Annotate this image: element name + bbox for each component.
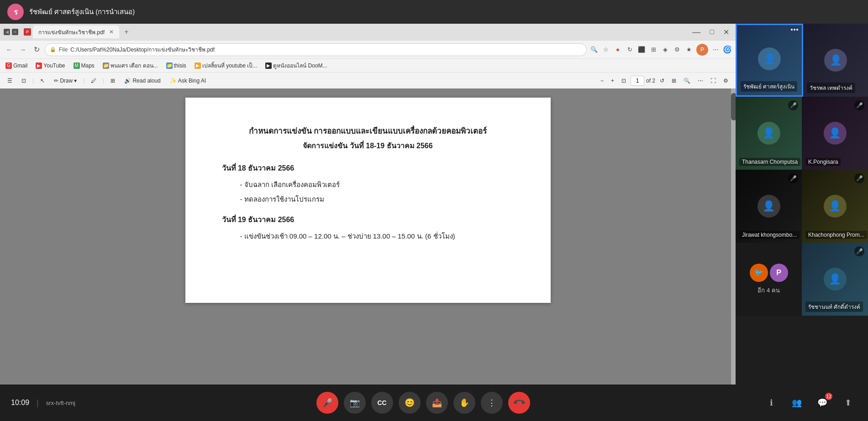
pdf-settings-button[interactable]: ⚙ <box>721 77 731 85</box>
new-tab-button[interactable]: + <box>121 26 132 37</box>
pdf-toolbar: ☰ ⊡ | ↖ ✏ Draw ▾ | 🖊 | ⊞ 🔊 Read aloud ✨ … <box>0 72 736 88</box>
participant-tile-8: 👤 รัชชานนท์ ศักดิ์ดำรงค์ 🎤 <box>802 243 868 316</box>
bookmark-youtube[interactable]: ▶ YouTube <box>34 62 67 70</box>
present-button[interactable]: 📤 <box>426 392 448 414</box>
bookmark-item4[interactable]: ▶ ดูหนังออนไลน์ DooM... <box>263 60 329 71</box>
pdf-draw-button[interactable]: ✏ Draw ▾ <box>51 77 79 85</box>
activities-icon: ⬆ <box>845 398 852 408</box>
pdf-zoom-in-button[interactable]: + <box>608 77 617 85</box>
minimize-button[interactable]: — <box>689 27 703 37</box>
profile-icon[interactable]: P <box>696 44 708 56</box>
pdf-page-input[interactable] <box>631 76 644 86</box>
participant-tile-4: 👤 K.Pongisara 🎤 <box>802 97 868 170</box>
participant-mute-4: 🎤 <box>854 100 864 110</box>
pdf-print-button[interactable]: ⊞ <box>669 77 679 85</box>
pdf-thumbnail-button[interactable]: ⊞ <box>108 77 118 85</box>
pdf-more-button[interactable]: ⋯ <box>695 77 706 85</box>
restore-button[interactable]: □ <box>707 28 717 36</box>
group-count-label: อีก 4 คน <box>758 286 779 295</box>
end-call-button[interactable]: 📞 <box>508 392 530 414</box>
captions-icon: CC <box>377 399 386 406</box>
people-button[interactable]: 👥 <box>788 394 806 412</box>
browser-toolbar-icon1[interactable]: ⬛ <box>637 45 646 54</box>
participant-tile-2: 👤 วัชรพล เทพดำรงค์ <box>803 24 868 97</box>
info-icon: ℹ <box>770 398 773 408</box>
youtube-icon: ▶ <box>36 62 42 69</box>
pdf-hamburger-button[interactable]: ☰ <box>5 77 15 85</box>
activities-button[interactable]: ⬆ <box>839 394 857 412</box>
search-icon[interactable]: 🔍 <box>589 45 599 54</box>
browser-toolbar-icon3[interactable]: ◈ <box>661 45 670 54</box>
pdf-read-aloud-button[interactable]: 🔊 Read aloud <box>121 77 163 85</box>
pdf-prev-page-button[interactable]: ↺ <box>657 77 667 85</box>
browser-toolbar-icon4[interactable]: ⚙ <box>673 45 682 54</box>
participant-name-2: วัชรพล เทพดำรงค์ <box>807 83 855 93</box>
raise-hand-button[interactable]: ✋ <box>453 392 475 414</box>
end-call-icon: 📞 <box>512 395 526 410</box>
bookmark-maps[interactable]: M Maps <box>72 62 96 70</box>
folder-icon: 📁 <box>103 62 109 69</box>
more-options-button[interactable]: ⋮ <box>481 392 503 414</box>
emoji-button[interactable]: 😊 <box>399 392 421 414</box>
meeting-id: srx-tvft-nmj <box>46 400 75 406</box>
browser-toolbar-icon5[interactable]: ★ <box>684 45 694 54</box>
participant-tile-3: 👤 Thanasarn Chomputsa 🎤 <box>736 97 802 170</box>
address-bar[interactable]: 🔒 File C:/Users/Pat%20NaJa/Desktop/การแข… <box>45 43 587 56</box>
pdf-scrollbar[interactable] <box>731 88 736 385</box>
bookmark-item2[interactable]: 📁 thisis <box>164 62 188 70</box>
captions-button[interactable]: CC <box>371 392 393 414</box>
pdf-zoom-out-button[interactable]: − <box>598 77 606 85</box>
emoji-icon: 😊 <box>405 398 415 408</box>
collections-icon[interactable]: ↻ <box>625 45 634 54</box>
address-protocol: File <box>59 47 68 53</box>
pdf-search-button[interactable]: 🔍 <box>681 77 693 85</box>
pdf-page: กำหนดการแข่งขัน การออกแบบและเขียนแบบเครื… <box>185 98 551 303</box>
pdf-highlight-button[interactable]: 🖊 <box>88 77 99 85</box>
browser-tab-close[interactable]: ✕ <box>109 29 114 35</box>
chat-icon: 💬 <box>817 398 827 408</box>
pdf-ask-bing-button[interactable]: ✨ Ask Bing AI <box>167 77 209 85</box>
adblock-icon[interactable]: ● <box>613 45 622 54</box>
browser-tab-pdf-icon: P <box>24 28 31 36</box>
pdf-title2: จัดการแข่งขัน วันที่ 18-19 ธันวาคม 2566 <box>222 140 514 151</box>
participant-mute-8: 🎤 <box>854 246 864 256</box>
forward-button[interactable]: → <box>17 44 28 55</box>
bookmark-item3[interactable]: ▶ เปลลิ้ยนที่ youtube เป็... <box>193 60 259 71</box>
participant-row-4: 🐦 P อีก 4 คน 👤 รัชชานนท์ ศักดิ์ดำรงค์ 🎤 <box>736 243 868 316</box>
edge-icon[interactable]: 🌀 <box>723 45 732 54</box>
screen-share: ◀ ≡ P การแข่งขันทักษะวิชาชีพ.pdf ✕ + — □… <box>0 24 736 385</box>
extensions-icon[interactable]: ⋯ <box>711 45 720 54</box>
pdf-fit-width-button[interactable]: ⊡ <box>619 77 629 85</box>
info-button[interactable]: ℹ <box>762 394 780 412</box>
browser-tab[interactable]: การแข่งขันทักษะวิชาชีพ.pdf ✕ <box>33 26 119 38</box>
close-button[interactable]: ✕ <box>721 28 732 36</box>
favorites-icon[interactable]: ☆ <box>601 45 610 54</box>
camera-button[interactable]: 📷 <box>344 392 366 414</box>
browser-tab-bar: ◀ ≡ P การแข่งขันทักษะวิชาชีพ.pdf ✕ + — □… <box>0 24 736 40</box>
chat-button[interactable]: 💬 12 <box>813 394 831 412</box>
pdf-fullscreen-button[interactable]: ⛶ <box>708 77 719 85</box>
pdf-cursor-button[interactable]: ↖ <box>37 77 47 85</box>
presenter-avatar: ร <box>7 4 24 20</box>
pdf-day2-heading: วันที่ 19 ธันวาคม 2566 <box>222 214 514 225</box>
bookmark-gmail[interactable]: G Gmail <box>4 62 29 70</box>
pdf-ask-bing-label: Ask Bing AI <box>178 78 206 84</box>
gmail-icon: G <box>5 62 12 69</box>
mic-button[interactable]: 🎤 <box>316 392 338 414</box>
participant-name-1: รัชพัฒย์ ศาสตร์สูงเนิน <box>741 81 797 92</box>
pdf-scroll-thumb[interactable] <box>731 93 736 120</box>
participant-mute-6: 🎤 <box>854 173 864 183</box>
browser-toolbar-icon2[interactable]: ⊞ <box>649 45 658 54</box>
participant-more-button-1[interactable] <box>791 29 798 31</box>
present-icon: 📤 <box>432 398 442 408</box>
participant-name-6: Khachonphong Prom... <box>805 231 867 239</box>
refresh-button[interactable]: ↻ <box>31 44 42 55</box>
back-button[interactable]: ← <box>4 44 15 55</box>
people-icon: 👥 <box>792 398 802 408</box>
pdf-fit-button[interactable]: ⊡ <box>19 77 29 85</box>
participant-mute-3: 🎤 <box>788 100 798 110</box>
folder-icon2: 📁 <box>166 62 173 69</box>
bookmark-item1[interactable]: 📁 พนมศร เตือก ดอน... <box>101 60 160 71</box>
participant-name-5: Jirawat khongsombo... <box>739 231 800 239</box>
bottom-bar: 10:09 | srx-tvft-nmj 🎤 📷 CC 😊 📤 ✋ ⋮ 📞 <box>0 385 868 421</box>
